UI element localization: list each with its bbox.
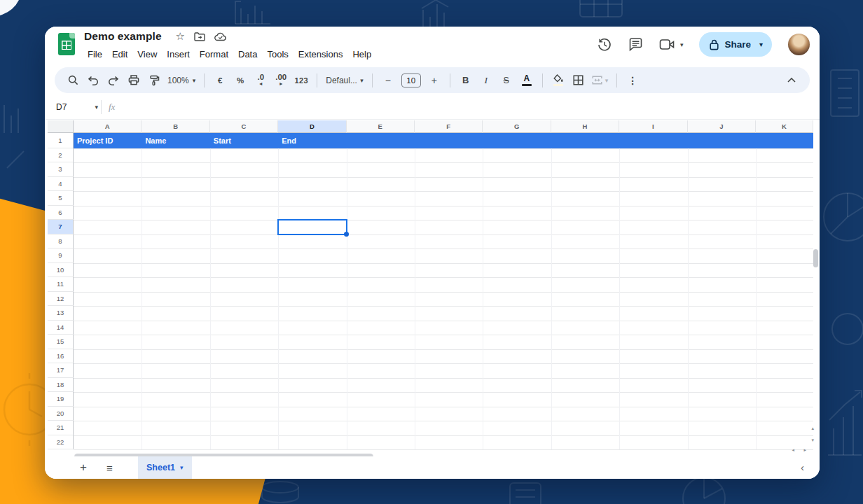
- share-caret-icon[interactable]: ▾: [759, 41, 763, 48]
- bold-button[interactable]: B: [459, 72, 473, 89]
- column-header-B[interactable]: B: [141, 120, 209, 133]
- percent-format-button[interactable]: %: [233, 72, 247, 89]
- row-header-11[interactable]: 11: [48, 277, 74, 292]
- row-header-13[interactable]: 13: [48, 306, 74, 321]
- menu-data[interactable]: Data: [233, 48, 262, 61]
- borders-button[interactable]: [572, 72, 586, 89]
- row-header-3[interactable]: 3: [48, 162, 74, 177]
- video-camera-icon[interactable]: [659, 38, 675, 50]
- cloud-check-icon[interactable]: [214, 32, 227, 41]
- column-header-J[interactable]: J: [688, 120, 756, 133]
- side-panel-chevron-left-icon[interactable]: ‹: [801, 461, 804, 473]
- sheet-tab-active[interactable]: Sheet1 ▾: [138, 456, 192, 479]
- row-header-15[interactable]: 15: [48, 335, 74, 349]
- version-history-icon[interactable]: [597, 37, 612, 52]
- header-cell-start[interactable]: Start: [210, 133, 278, 148]
- name-box[interactable]: D7 ▾: [45, 102, 98, 112]
- row-header-2[interactable]: 2: [48, 148, 74, 163]
- currency-format-button[interactable]: €: [213, 72, 227, 89]
- sheets-logo-icon[interactable]: [58, 33, 75, 55]
- redo-icon[interactable]: [106, 72, 120, 89]
- row-header-4[interactable]: 4: [48, 177, 74, 192]
- scroll-right-icon[interactable]: ▸: [803, 447, 806, 452]
- increase-font-size-button[interactable]: +: [427, 72, 441, 89]
- table-header-row[interactable]: Project IDNameStartEnd: [74, 133, 813, 148]
- menu-format[interactable]: Format: [195, 48, 233, 61]
- row-header-9[interactable]: 9: [48, 248, 74, 263]
- undo-icon[interactable]: [86, 72, 100, 89]
- row-header-14[interactable]: 14: [48, 321, 74, 335]
- header-cell-project-id[interactable]: Project ID: [74, 133, 141, 148]
- font-size-input[interactable]: 10: [401, 74, 421, 88]
- column-header-I[interactable]: I: [619, 120, 687, 133]
- formula-input[interactable]: [115, 94, 820, 119]
- column-header-H[interactable]: H: [551, 120, 619, 133]
- strikethrough-button[interactable]: S: [499, 72, 513, 89]
- collapse-toolbar-button[interactable]: [785, 72, 799, 89]
- row-header-22[interactable]: 22: [48, 435, 74, 450]
- paint-format-icon[interactable]: [147, 72, 161, 89]
- star-icon[interactable]: ☆: [176, 30, 185, 43]
- row-header-10[interactable]: 10: [48, 263, 74, 278]
- number-format-button[interactable]: 123: [294, 72, 308, 89]
- font-family-control[interactable]: Defaul... ▾: [326, 76, 364, 85]
- column-header-G[interactable]: G: [483, 120, 551, 133]
- scroll-up-icon[interactable]: ▴: [811, 426, 814, 430]
- row-header-12[interactable]: 12: [48, 292, 74, 307]
- text-color-button[interactable]: A: [520, 72, 534, 89]
- decrease-font-size-button[interactable]: −: [381, 72, 395, 89]
- add-sheet-button[interactable]: +: [74, 461, 92, 475]
- column-header-E[interactable]: E: [347, 120, 415, 133]
- menu-edit[interactable]: Edit: [107, 48, 132, 61]
- row-header-20[interactable]: 20: [48, 407, 74, 421]
- column-header-D[interactable]: D: [278, 120, 346, 133]
- grid-corner-box[interactable]: [48, 120, 74, 133]
- row-header-16[interactable]: 16: [48, 349, 74, 364]
- header-cell-name[interactable]: Name: [141, 133, 209, 148]
- print-icon[interactable]: [127, 72, 141, 89]
- increase-decimal-button[interactable]: .00 ▸: [274, 72, 288, 89]
- camera-caret-icon[interactable]: ▾: [680, 41, 684, 48]
- menu-tools[interactable]: Tools: [262, 48, 293, 61]
- fill-handle[interactable]: [344, 232, 349, 237]
- row-header-5[interactable]: 5: [48, 191, 74, 206]
- scroll-down-icon[interactable]: ▾: [811, 438, 814, 442]
- column-header-A[interactable]: A: [74, 120, 141, 133]
- name-box-caret-icon[interactable]: ▾: [95, 104, 98, 111]
- row-header-18[interactable]: 18: [48, 378, 74, 393]
- search-icon[interactable]: [66, 72, 80, 89]
- fill-color-button[interactable]: [551, 72, 565, 89]
- merge-cells-button[interactable]: ▾: [592, 72, 609, 89]
- column-header-F[interactable]: F: [415, 120, 483, 133]
- row-header-1[interactable]: 1: [48, 133, 74, 148]
- sheet-tab-caret-icon[interactable]: ▾: [180, 464, 184, 471]
- document-title[interactable]: Demo example: [84, 30, 162, 43]
- row-header-6[interactable]: 6: [48, 206, 74, 220]
- more-options-button[interactable]: ⋮: [626, 72, 640, 89]
- vertical-scrollbar[interactable]: [813, 249, 818, 267]
- all-sheets-button[interactable]: ≡: [100, 462, 118, 474]
- row-header-17[interactable]: 17: [48, 363, 74, 378]
- menu-help[interactable]: Help: [347, 48, 376, 61]
- row-header-21[interactable]: 21: [48, 421, 74, 435]
- row-header-8[interactable]: 8: [48, 234, 74, 249]
- selected-cell-D7[interactable]: [277, 219, 347, 235]
- menu-view[interactable]: View: [132, 48, 162, 61]
- header-cell-end[interactable]: End: [278, 133, 346, 148]
- menu-extensions[interactable]: Extensions: [294, 48, 348, 61]
- comment-icon[interactable]: [628, 37, 643, 52]
- zoom-control[interactable]: 100% ▾: [167, 76, 195, 85]
- avatar[interactable]: [788, 34, 810, 55]
- share-button[interactable]: Share ▾: [699, 32, 772, 57]
- spreadsheet-grid[interactable]: ABCDEFGHIJK12345678910111213141516171819…: [48, 120, 814, 450]
- column-header-K[interactable]: K: [756, 120, 813, 133]
- italic-button[interactable]: I: [479, 72, 493, 89]
- menu-insert[interactable]: Insert: [162, 48, 195, 61]
- scroll-left-icon[interactable]: ◂: [792, 447, 794, 452]
- decrease-decimal-button[interactable]: .0 ◂: [254, 72, 268, 89]
- row-header-19[interactable]: 19: [48, 392, 74, 407]
- column-header-C[interactable]: C: [210, 120, 278, 133]
- move-folder-icon[interactable]: [194, 32, 205, 41]
- menu-file[interactable]: File: [83, 48, 107, 61]
- row-header-7[interactable]: 7: [48, 220, 74, 234]
